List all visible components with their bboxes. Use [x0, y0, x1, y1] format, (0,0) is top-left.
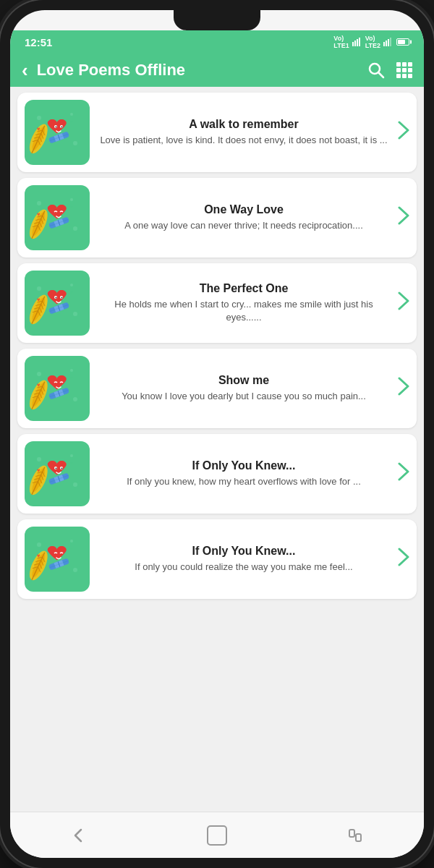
svg-point-10	[37, 116, 41, 120]
poem-info-0: A walk to rememberLove is patient, love …	[98, 118, 389, 147]
poem-title-4: If Only You Knew...	[98, 459, 389, 472]
svg-text:♥: ♥	[37, 211, 41, 218]
svg-point-27	[61, 127, 63, 128]
svg-rect-3	[359, 38, 360, 46]
poem-thumbnail-3: ♥ ♥	[25, 356, 90, 421]
svg-point-70	[56, 297, 57, 299]
svg-point-71	[61, 297, 63, 299]
poem-excerpt-5: If only you could realize the way you ma…	[98, 561, 389, 574]
poem-title-5: If Only You Knew...	[98, 545, 389, 558]
poem-info-1: One Way LoveA one way love can never thr…	[98, 203, 389, 232]
svg-text:♥: ♥	[37, 126, 41, 132]
svg-point-114	[56, 468, 57, 469]
svg-point-79	[70, 369, 73, 372]
poem-info-2: The Perfect OneHe holds me when I start …	[98, 282, 389, 324]
status-icons: Vo)LTE1 Vo)LTE2	[333, 35, 409, 49]
app-title: Love Poems Offline	[37, 61, 185, 80]
signal2-icon: Vo)LTE2	[365, 35, 380, 49]
svg-point-80	[73, 397, 77, 401]
poem-thumbnail-0: ♥ ♥	[25, 100, 90, 165]
svg-point-78	[37, 372, 41, 376]
back-nav-icon	[70, 827, 88, 844]
recents-nav-button[interactable]	[339, 820, 371, 851]
svg-text:♥: ♥	[70, 547, 73, 551]
signal1-bars	[352, 38, 362, 46]
app-header: ‹ Love Poems Offline	[10, 54, 424, 87]
signal2-bars	[383, 38, 393, 46]
battery-icon	[396, 38, 409, 46]
signal1-icon: Vo)LTE1	[333, 35, 349, 49]
poem-card-4[interactable]: ♥ ♥ If Only You Knew...If only you knew,…	[17, 434, 417, 514]
nav-bar	[10, 812, 424, 858]
svg-rect-143	[356, 834, 361, 841]
poem-excerpt-2: He holds me when I start to cry... makes…	[98, 298, 389, 324]
status-bar: 12:51 Vo)LTE1 Vo)LTE2	[10, 30, 424, 54]
svg-point-100	[73, 482, 77, 487]
svg-point-124	[73, 568, 77, 572]
svg-point-98	[37, 457, 41, 461]
svg-line-9	[379, 73, 384, 78]
svg-point-115	[61, 468, 63, 469]
poem-thumbnail-1: ♥ ♥	[25, 185, 90, 250]
header-left: ‹ Love Poems Offline	[22, 61, 185, 80]
poem-excerpt-0: Love is patient, love is kind. It does n…	[98, 134, 389, 147]
poem-card-0[interactable]: ♥ ♥ A walk to rememberLove is patient, l…	[17, 93, 417, 172]
chevron-icon-2	[398, 292, 409, 315]
notch	[174, 10, 260, 30]
svg-point-11	[70, 113, 73, 116]
back-button[interactable]: ‹	[22, 61, 28, 80]
svg-rect-7	[390, 38, 391, 46]
search-icon[interactable]	[367, 61, 385, 79]
back-nav-button[interactable]	[63, 820, 95, 851]
svg-rect-1	[354, 41, 356, 46]
svg-text:♥: ♥	[37, 467, 41, 474]
svg-rect-142	[349, 830, 354, 837]
phone-frame: 12:51 Vo)LTE1 Vo)LTE2	[0, 0, 434, 868]
poem-excerpt-4: If only you knew, how my heart overflows…	[98, 475, 389, 488]
phone-screen: 12:51 Vo)LTE1 Vo)LTE2	[10, 10, 424, 858]
svg-rect-6	[388, 39, 389, 46]
svg-text:♥: ♥	[37, 382, 41, 388]
chevron-icon-0	[398, 121, 409, 144]
svg-text:♥: ♥	[37, 297, 41, 303]
svg-text:♥: ♥	[70, 376, 73, 380]
poem-thumbnail-2: ♥ ♥	[25, 271, 90, 336]
svg-rect-4	[383, 42, 385, 46]
poem-excerpt-1: A one way love can never thrive; It need…	[98, 219, 389, 232]
poem-title-2: The Perfect One	[98, 282, 389, 295]
svg-point-34	[37, 201, 41, 205]
svg-text:♥: ♥	[70, 205, 73, 210]
svg-point-122	[37, 542, 41, 547]
poem-card-2[interactable]: ♥ ♥ The Perfect OneHe holds me when I st…	[17, 263, 417, 343]
chevron-icon-4	[398, 462, 409, 485]
poem-title-3: Show me	[98, 374, 389, 387]
home-nav-button[interactable]	[201, 820, 233, 851]
svg-rect-5	[386, 41, 387, 46]
svg-text:♥: ♥	[37, 553, 41, 559]
svg-point-123	[70, 540, 73, 542]
poem-card-3[interactable]: ♥ ♥ Show meYou know I love you dearly bu…	[17, 349, 417, 428]
poem-card-1[interactable]: ♥ ♥ One Way LoveA one way love can never…	[17, 178, 417, 258]
poem-title-0: A walk to remember	[98, 118, 389, 131]
poem-card-5[interactable]: ♥ ♥ If Only You Knew...If only you could…	[17, 519, 417, 599]
home-nav-icon	[207, 825, 227, 846]
poems-list: ♥ ♥ A walk to rememberLove is patient, l…	[10, 87, 424, 812]
svg-point-99	[70, 454, 73, 457]
grid-view-icon[interactable]	[396, 62, 412, 78]
svg-point-54	[37, 286, 41, 291]
svg-rect-0	[352, 42, 354, 46]
svg-text:♥: ♥	[70, 120, 73, 124]
chevron-icon-5	[398, 548, 409, 571]
chevron-icon-1	[398, 206, 409, 229]
svg-point-36	[73, 226, 77, 231]
svg-text:♥: ♥	[70, 461, 73, 466]
recents-nav-icon	[346, 827, 364, 844]
svg-point-56	[73, 312, 77, 316]
poem-excerpt-3: You know I love you dearly but I cause y…	[98, 390, 389, 403]
svg-point-55	[70, 284, 73, 286]
poem-thumbnail-4: ♥ ♥	[25, 441, 90, 506]
status-time: 12:51	[25, 36, 52, 48]
svg-text:♥: ♥	[70, 291, 73, 295]
poem-info-5: If Only You Knew...If only you could rea…	[98, 545, 389, 574]
chevron-icon-3	[398, 377, 409, 400]
